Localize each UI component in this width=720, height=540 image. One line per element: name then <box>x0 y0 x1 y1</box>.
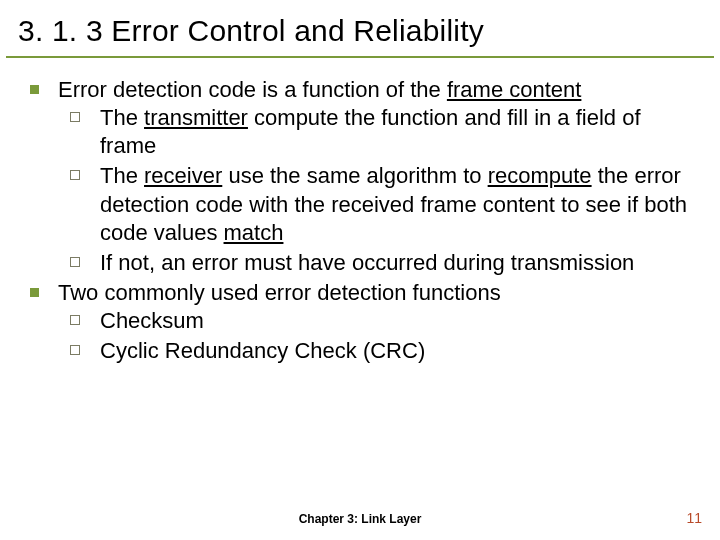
underline-text: recompute <box>488 163 592 188</box>
page-number: 11 <box>686 510 702 526</box>
text: If not, an error must have occurred duri… <box>100 250 634 275</box>
sub-bullet-5: Cyclic Redundancy Check (CRC) <box>64 337 694 365</box>
footer-center: Chapter 3: Link Layer <box>0 512 720 526</box>
text: use the same algorithm to <box>222 163 487 188</box>
underline-text: frame content <box>447 77 582 102</box>
underline-text: transmitter <box>144 105 248 130</box>
bullet-item-1: Error detection code is a function of th… <box>26 76 694 277</box>
bullet-item-2: Two commonly used error detection functi… <box>26 279 694 365</box>
bullet-list-level2: Checksum Cyclic Redundancy Check (CRC) <box>58 307 694 365</box>
text: Checksum <box>100 308 204 333</box>
sub-bullet-1: The transmitter compute the function and… <box>64 104 694 160</box>
slide: 3. 1. 3 Error Control and Reliability Er… <box>0 0 720 540</box>
text: The <box>100 163 144 188</box>
slide-title: 3. 1. 3 Error Control and Reliability <box>6 0 714 58</box>
sub-bullet-3: If not, an error must have occurred duri… <box>64 249 694 277</box>
text: Error detection code is a function of th… <box>58 77 447 102</box>
text: The <box>100 105 144 130</box>
text: Two commonly used error detection functi… <box>58 280 501 305</box>
bullet-list-level1: Error detection code is a function of th… <box>26 76 694 366</box>
sub-bullet-2: The receiver use the same algorithm to r… <box>64 162 694 246</box>
text: Cyclic Redundancy Check (CRC) <box>100 338 425 363</box>
sub-bullet-4: Checksum <box>64 307 694 335</box>
bullet-list-level2: The transmitter compute the function and… <box>58 104 694 277</box>
slide-content: Error detection code is a function of th… <box>0 58 720 366</box>
underline-text: match <box>224 220 284 245</box>
underline-text: receiver <box>144 163 222 188</box>
